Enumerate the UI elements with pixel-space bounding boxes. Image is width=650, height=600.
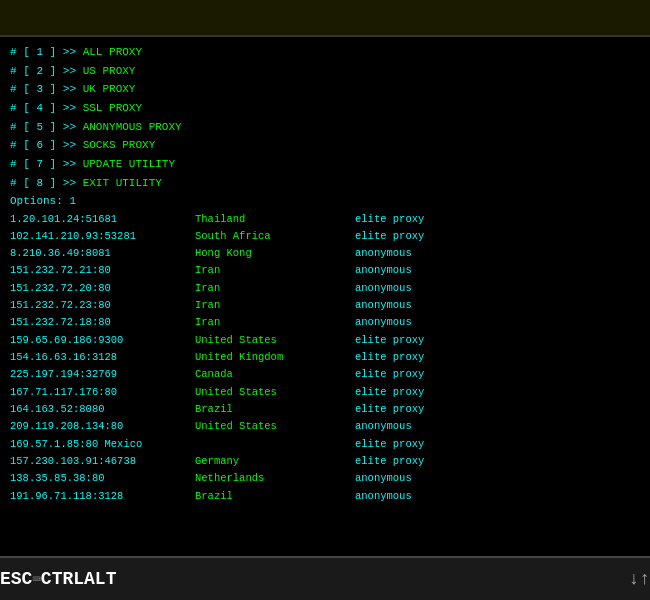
proxy-row: 225.197.194:32769Canadaelite proxy [10, 366, 640, 383]
menu-item-7[interactable]: # [ 7 ] >> UPDATE UTILITY [10, 155, 640, 174]
proxy-country: Brazil [195, 488, 355, 501]
options-line: Options: 1 [10, 195, 640, 207]
proxy-list: 1.20.101.24:51681Thailandelite proxy102.… [0, 211, 650, 501]
proxy-country: Iran [195, 262, 355, 279]
proxy-type: anonymous [355, 297, 412, 314]
menu-item-2[interactable]: # [ 2 ] >> US PROXY [10, 62, 640, 81]
proxy-country: Iran [195, 314, 355, 331]
proxy-row: 8.210.36.49:8081Hong Konganonymous [10, 245, 640, 262]
alt-key[interactable]: ALT [84, 569, 116, 589]
proxy-ip: 167.71.117.176:80 [10, 384, 195, 401]
proxy-country: Hong Kong [195, 245, 355, 262]
proxy-type: elite proxy [355, 453, 424, 470]
proxy-country: Netherlands [195, 470, 355, 487]
proxy-ip: 151.232.72.18:80 [10, 314, 195, 331]
proxy-country: United States [195, 384, 355, 401]
proxy-country: South Africa [195, 228, 355, 245]
menu-item-1[interactable]: # [ 1 ] >> ALL PROXY [10, 43, 640, 62]
proxy-type: elite proxy [355, 228, 424, 245]
proxy-row: 209.119.208.134:80United Statesanonymous [10, 418, 640, 435]
esc-key[interactable]: ESC [0, 569, 32, 589]
proxy-type: anonymous [355, 245, 412, 262]
proxy-country: Thailand [195, 211, 355, 228]
proxy-ip: 1.20.101.24:51681 [10, 211, 195, 228]
menu-section: # [ 1 ] >> ALL PROXY# [ 2 ] >> US PROXY#… [0, 37, 650, 211]
proxy-country: United States [195, 418, 355, 435]
proxy-type: anonymous [355, 488, 412, 501]
proxy-row: 102.141.210.93:53281South Africaelite pr… [10, 228, 640, 245]
proxy-type: anonymous [355, 280, 412, 297]
proxy-row: 151.232.72.20:80Irananonymous [10, 280, 640, 297]
proxy-country: Germany [195, 453, 355, 470]
menu-item-3[interactable]: # [ 3 ] >> UK PROXY [10, 80, 640, 99]
proxy-ip: 159.65.69.186:9300 [10, 332, 195, 349]
proxy-type: elite proxy [355, 332, 424, 349]
proxy-ip: 151.232.72.21:80 [10, 262, 195, 279]
keyboard-icon: ⌨ [32, 571, 40, 588]
proxy-type: elite proxy [355, 211, 424, 228]
proxy-row: 191.96.71.118:3128Brazilanonymous [10, 488, 640, 501]
proxy-country: Iran [195, 297, 355, 314]
proxy-type: elite proxy [355, 366, 424, 383]
proxy-row: 159.65.69.186:9300United Stateselite pro… [10, 332, 640, 349]
proxy-row: 167.71.117.176:80United Stateselite prox… [10, 384, 640, 401]
proxy-type: elite proxy [355, 401, 424, 418]
proxy-ip: 151.232.72.20:80 [10, 280, 195, 297]
proxy-row: 151.232.72.21:80Irananonymous [10, 262, 640, 279]
menu-item-6[interactable]: # [ 6 ] >> SOCKS PROXY [10, 136, 640, 155]
proxy-ip: 102.141.210.93:53281 [10, 228, 195, 245]
menu-item-8[interactable]: # [ 8 ] >> EXIT UTILITY [10, 174, 640, 193]
proxy-type: anonymous [355, 314, 412, 331]
ctrl-key[interactable]: CTRL [41, 569, 84, 589]
proxy-ip: 209.119.208.134:80 [10, 418, 195, 435]
proxy-country: United Kingdom [195, 349, 355, 366]
proxy-row: 169.57.1.85:80 Mexicoelite proxy [10, 436, 640, 453]
proxy-country: Brazil [195, 401, 355, 418]
arrow-up[interactable]: ↑ [639, 569, 650, 589]
proxy-row: 157.230.103.91:46738Germanyelite proxy [10, 453, 640, 470]
menu-item-4[interactable]: # [ 4 ] >> SSL PROXY [10, 99, 640, 118]
proxy-row: 154.16.63.16:3128United Kingdomelite pro… [10, 349, 640, 366]
proxy-row: 138.35.85.38:80Netherlandsanonymous [10, 470, 640, 487]
proxy-country: Canada [195, 366, 355, 383]
proxy-row: 1.20.101.24:51681Thailandelite proxy [10, 211, 640, 228]
proxy-type: elite proxy [355, 349, 424, 366]
proxy-type: elite proxy [355, 384, 424, 401]
proxy-type: anonymous [355, 262, 412, 279]
proxy-country: Iran [195, 280, 355, 297]
proxy-country: United States [195, 332, 355, 349]
logo-section [0, 0, 650, 37]
proxy-ip: 157.230.103.91:46738 [10, 453, 195, 470]
proxy-ip: 164.163.52:8080 [10, 401, 195, 418]
menu-item-5[interactable]: # [ 5 ] >> ANONYMOUS PROXY [10, 118, 640, 137]
proxy-type: elite proxy [355, 436, 424, 453]
proxy-row: 151.232.72.18:80Irananonymous [10, 314, 640, 331]
proxy-type: anonymous [355, 470, 412, 487]
proxy-country [195, 436, 355, 453]
proxy-ip: 169.57.1.85:80 Mexico [10, 436, 195, 453]
proxy-ip: 151.232.72.23:80 [10, 297, 195, 314]
proxy-ip: 225.197.194:32769 [10, 366, 195, 383]
footer: ESC ⌨ CTRL ALT ↓ ↑ [0, 556, 650, 600]
proxy-ip: 138.35.85.38:80 [10, 470, 195, 487]
arrow-down[interactable]: ↓ [628, 569, 639, 589]
proxy-type: anonymous [355, 418, 412, 435]
proxy-ip: 191.96.71.118:3128 [10, 488, 195, 501]
proxy-row: 151.232.72.23:80Irananonymous [10, 297, 640, 314]
proxy-ip: 8.210.36.49:8081 [10, 245, 195, 262]
proxy-ip: 154.16.63.16:3128 [10, 349, 195, 366]
proxy-row: 164.163.52:8080Brazilelite proxy [10, 401, 640, 418]
